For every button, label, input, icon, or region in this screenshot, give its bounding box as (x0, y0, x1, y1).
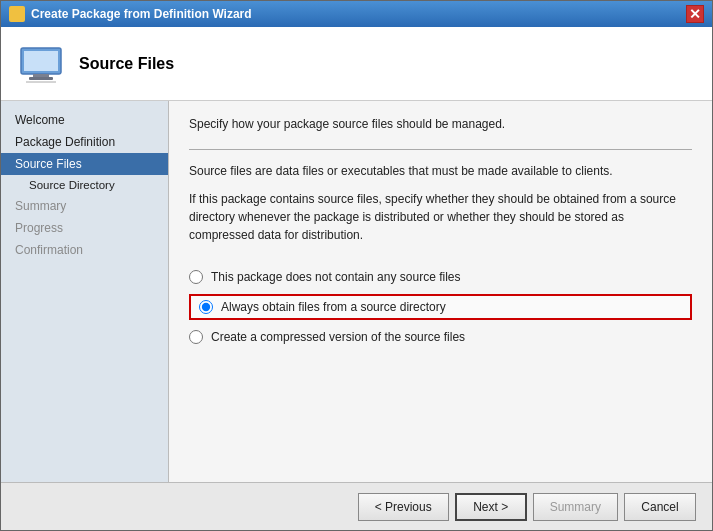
summary-button[interactable]: Summary (533, 493, 618, 521)
svg-rect-2 (33, 74, 49, 77)
body-text-1: Source files are data files or executabl… (189, 162, 692, 180)
radio-always-obtain[interactable] (199, 300, 213, 314)
sidebar-item-summary[interactable]: Summary (1, 195, 168, 217)
header-icon (17, 40, 65, 88)
title-bar: Create Package from Definition Wizard ✕ (1, 1, 712, 27)
next-button[interactable]: Next > (455, 493, 527, 521)
sidebar-item-package-definition[interactable]: Package Definition (1, 131, 168, 153)
sidebar: Welcome Package Definition Source Files … (1, 101, 169, 482)
main-content: Specify how your package source files sh… (169, 101, 712, 482)
sidebar-item-confirmation[interactable]: Confirmation (1, 239, 168, 261)
cancel-button[interactable]: Cancel (624, 493, 696, 521)
divider (189, 149, 692, 150)
option-compressed-label: Create a compressed version of the sourc… (211, 330, 465, 344)
footer: < Previous Next > Summary Cancel (1, 482, 712, 530)
sidebar-item-source-directory[interactable]: Source Directory (1, 175, 168, 195)
sidebar-item-welcome[interactable]: Welcome (1, 109, 168, 131)
radio-compressed[interactable] (189, 330, 203, 344)
option-always-obtain-label: Always obtain files from a source direct… (221, 300, 446, 314)
title-bar-left: Create Package from Definition Wizard (9, 6, 252, 22)
description-text: Specify how your package source files sh… (189, 117, 692, 131)
header-section: Source Files (1, 27, 712, 101)
option-always-obtain[interactable]: Always obtain files from a source direct… (189, 294, 692, 320)
svg-rect-1 (24, 51, 58, 71)
option-no-source[interactable]: This package does not contain any source… (189, 270, 692, 284)
wizard-window: Create Package from Definition Wizard ✕ … (0, 0, 713, 531)
title-bar-icon (9, 6, 25, 22)
sidebar-item-source-files[interactable]: Source Files (1, 153, 168, 175)
previous-button[interactable]: < Previous (358, 493, 449, 521)
body: Welcome Package Definition Source Files … (1, 101, 712, 482)
header-title: Source Files (79, 55, 174, 73)
option-compressed[interactable]: Create a compressed version of the sourc… (189, 330, 692, 344)
sidebar-item-progress[interactable]: Progress (1, 217, 168, 239)
radio-no-source[interactable] (189, 270, 203, 284)
body-text-2: If this package contains source files, s… (189, 190, 692, 244)
close-button[interactable]: ✕ (686, 5, 704, 23)
option-no-source-label: This package does not contain any source… (211, 270, 460, 284)
options-area: This package does not contain any source… (189, 270, 692, 344)
window-title: Create Package from Definition Wizard (31, 7, 252, 21)
svg-rect-3 (29, 77, 53, 80)
